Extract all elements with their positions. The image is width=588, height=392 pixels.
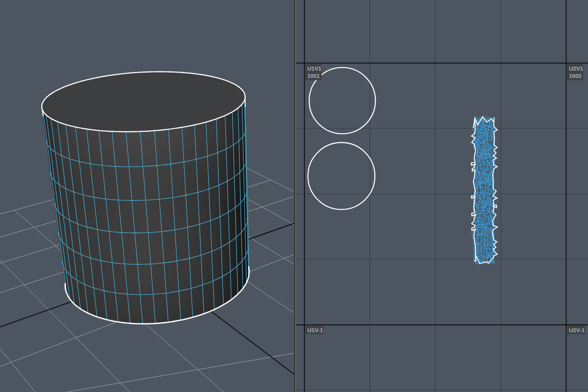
svg-text:U1V1: U1V1: [307, 66, 321, 72]
svg-text:1002: 1002: [569, 73, 582, 79]
svg-text:U2V-1: U2V-1: [569, 327, 585, 333]
svg-text:U1V-1: U1V-1: [307, 327, 323, 333]
svg-text:1001: 1001: [307, 73, 320, 79]
svg-text:U2V1: U2V1: [569, 66, 583, 72]
